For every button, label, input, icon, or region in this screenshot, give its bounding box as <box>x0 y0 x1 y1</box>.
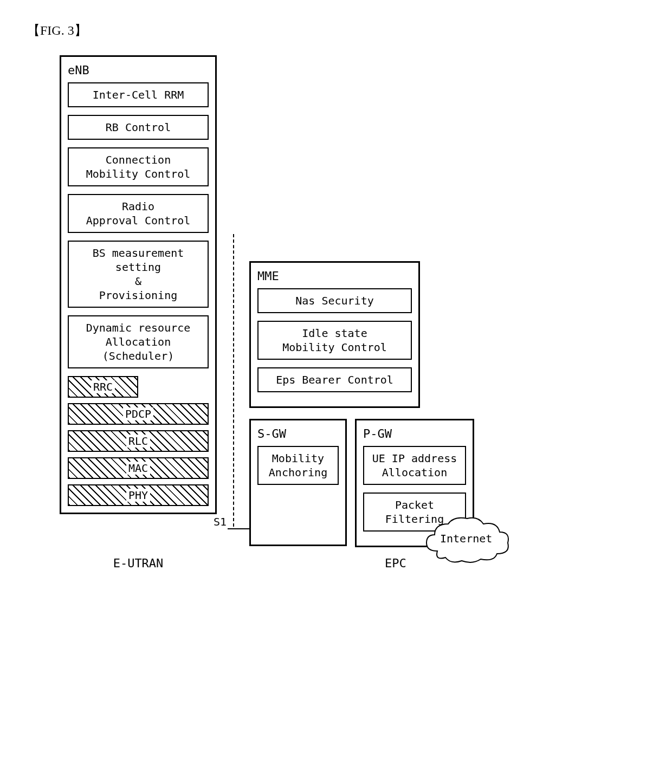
nas-security-block: Nas Security <box>257 288 412 313</box>
rlc-layer: RLC <box>68 430 209 452</box>
diagram-container: eNB Inter-Cell RRM RB Control Connection… <box>60 55 650 548</box>
internet-cloud: Internet <box>421 513 513 565</box>
pgw-title: P-GW <box>363 427 466 440</box>
epc-column: MME Nas Security Idle state Mobility Con… <box>249 261 474 547</box>
inter-cell-rrm-block: Inter-Cell RRM <box>68 82 209 107</box>
ue-ip-block: UE IP address Allocation <box>363 446 466 485</box>
connection-mobility-block: Connection Mobility Control <box>68 147 209 186</box>
eutran-label: E-UTRAN <box>60 556 217 570</box>
phy-layer: PHY <box>68 484 209 506</box>
epc-label: EPC <box>385 556 406 570</box>
enb-title: eNB <box>68 63 209 77</box>
gateway-row: S-GW Mobility Anchoring P-GW UE IP addre… <box>249 419 474 547</box>
rrc-layer: RRC <box>68 376 138 398</box>
eps-bearer-block: Eps Bearer Control <box>257 367 412 392</box>
enb-box: eNB Inter-Cell RRM RB Control Connection… <box>60 55 217 514</box>
bottom-labels: E-UTRAN EPC <box>60 556 650 570</box>
dynamic-resource-block: Dynamic resource Allocation (Scheduler) <box>68 315 209 368</box>
idle-state-block: Idle state Mobility Control <box>257 321 412 360</box>
radio-approval-block: Radio Approval Control <box>68 194 209 233</box>
mme-title: MME <box>257 269 412 283</box>
figure-label: 【FIG. 3】 <box>27 22 650 39</box>
internet-label: Internet <box>440 532 492 545</box>
pdcp-layer: PDCP <box>68 403 209 425</box>
mobility-anchoring-block: Mobility Anchoring <box>257 446 339 485</box>
rb-control-block: RB Control <box>68 115 209 140</box>
sgw-title: S-GW <box>257 427 339 440</box>
bs-measurement-block: BS measurement setting & Provisioning <box>68 241 209 308</box>
mac-layer: MAC <box>68 457 209 479</box>
divider: S1 <box>217 234 249 548</box>
dashed-line <box>233 234 234 527</box>
sgw-box: S-GW Mobility Anchoring <box>249 419 347 546</box>
mme-box: MME Nas Security Idle state Mobility Con… <box>249 261 420 408</box>
s1-label: S1 <box>212 514 228 529</box>
pgw-box: P-GW UE IP address Allocation Packet Fil… <box>355 419 474 547</box>
